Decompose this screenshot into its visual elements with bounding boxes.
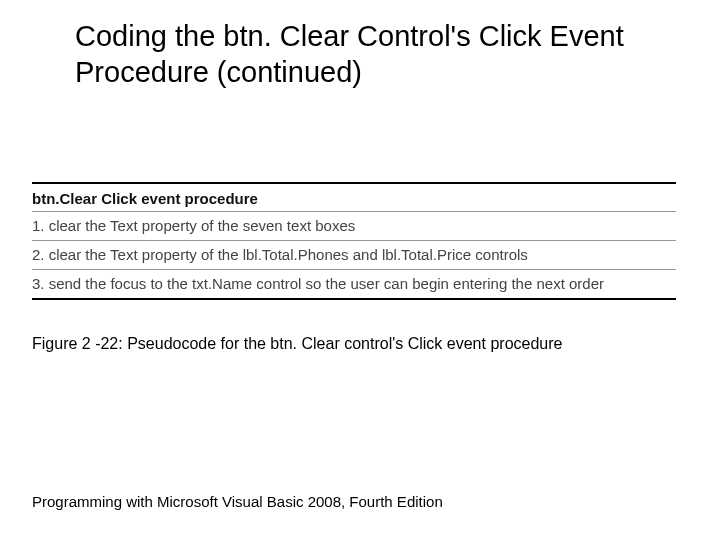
pseudocode-step: 2. clear the Text property of the lbl.To… [32, 240, 676, 269]
rule-bottom [32, 298, 676, 300]
pseudocode-step: 3. send the focus to the txt.Name contro… [32, 269, 676, 298]
footer-text: Programming with Microsoft Visual Basic … [32, 493, 443, 510]
pseudocode-step: 1. clear the Text property of the seven … [32, 211, 676, 240]
figure-caption: Figure 2 -22: Pseudocode for the btn. Cl… [32, 335, 562, 353]
page-title: Coding the btn. Clear Control's Click Ev… [75, 18, 680, 91]
pseudocode-heading: btn.Clear Click event procedure [32, 190, 676, 211]
pseudocode-steps: 1. clear the Text property of the seven … [32, 211, 676, 298]
pseudocode-block: btn.Clear Click event procedure 1. clear… [32, 182, 676, 300]
slide: Coding the btn. Clear Control's Click Ev… [0, 0, 720, 540]
rule-top [32, 182, 676, 184]
